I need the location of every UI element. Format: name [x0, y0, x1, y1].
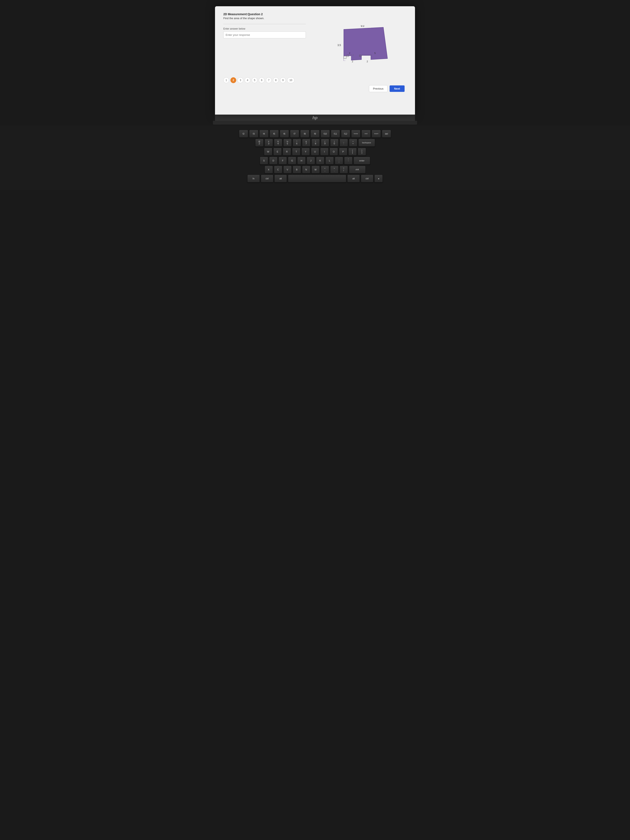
key-equals[interactable]: += [349, 139, 357, 147]
key-quote[interactable]: "' [344, 157, 352, 164]
dim-top: 9.0 [361, 25, 365, 27]
keyboard: f2 f3 f4 f5 f6 f7 f8 f9 f10 f11 f12 home… [221, 130, 409, 183]
key-home[interactable]: home [351, 130, 360, 138]
hp-logo: hp [313, 115, 317, 120]
key-x[interactable]: X [265, 166, 273, 174]
key-d[interactable]: D [269, 157, 278, 164]
fn-key-row: f2 f3 f4 f5 f6 f7 f8 f9 f10 f11 f12 home… [221, 130, 409, 138]
key-period[interactable]: >. [330, 166, 338, 174]
key-0[interactable]: )0 [330, 139, 338, 147]
key-end[interactable]: end [362, 130, 371, 138]
key-f8[interactable]: f8 [300, 130, 309, 138]
key-k[interactable]: K [316, 157, 324, 164]
key-space[interactable] [288, 175, 346, 183]
page-3[interactable]: 3 [237, 77, 243, 83]
key-f11[interactable]: f11 [331, 130, 340, 138]
bezel-bottom [213, 121, 417, 125]
next-button[interactable]: Next [390, 85, 404, 92]
key-bracket-left[interactable]: {[ [348, 148, 357, 156]
key-f3[interactable]: f3 [249, 130, 258, 138]
key-fn[interactable]: fn [247, 175, 260, 183]
key-5[interactable]: %5 [283, 139, 292, 147]
key-bracket-right[interactable]: }] [358, 148, 366, 156]
key-l[interactable]: L [325, 157, 334, 164]
key-8[interactable]: *8 [311, 139, 320, 147]
key-insert[interactable]: insert [372, 130, 381, 138]
page-5[interactable]: 5 [252, 77, 257, 83]
key-6[interactable]: ^6 [293, 139, 301, 147]
key-slash[interactable]: ?/ [339, 166, 348, 174]
key-minus[interactable]: _- [339, 139, 348, 147]
key-semicolon[interactable]: :; [335, 157, 343, 164]
answer-section: Enter answer below [223, 27, 306, 38]
key-ctrl-right[interactable]: ctrl [361, 175, 373, 183]
hp-logo-bar: hp [215, 115, 415, 121]
key-i[interactable]: I [320, 148, 328, 156]
laptop-screen: 2D Measurement:Question 2 Find the area … [215, 6, 415, 115]
key-comma[interactable]: <, [321, 166, 329, 174]
page-8[interactable]: 8 [273, 77, 279, 83]
key-t[interactable]: T [292, 148, 300, 156]
key-v[interactable]: V [283, 166, 292, 174]
key-s[interactable]: S [260, 157, 268, 164]
key-4[interactable]: $4 [274, 139, 282, 147]
key-del[interactable]: del [382, 130, 391, 138]
key-y[interactable]: Y [302, 148, 310, 156]
key-g[interactable]: G [288, 157, 296, 164]
page-2-active[interactable]: 2 [231, 77, 236, 83]
asdf-row: S D F G H J K L :; "' enter [221, 157, 409, 164]
key-3[interactable]: #3 [265, 139, 273, 147]
previous-button[interactable]: Previous [369, 85, 387, 92]
key-m[interactable]: M [311, 166, 320, 174]
dim-notch1: 2 [349, 52, 350, 54]
key-c[interactable]: C [274, 166, 282, 174]
key-f7[interactable]: f7 [290, 130, 299, 138]
dim-left: 3.5 [338, 44, 341, 47]
key-enter[interactable]: enter [354, 157, 370, 164]
key-7[interactable]: &7 [302, 139, 310, 147]
key-f[interactable]: F [278, 157, 287, 164]
page-4[interactable]: 4 [245, 77, 250, 83]
svg-marker-0 [344, 27, 387, 61]
key-2[interactable]: @2 [255, 139, 264, 147]
key-9[interactable]: (9 [321, 139, 329, 147]
key-f5[interactable]: f5 [270, 130, 279, 138]
page-7[interactable]: 7 [266, 77, 272, 83]
keyboard-area: f2 f3 f4 f5 f6 f7 f8 f9 f10 f11 f12 home… [0, 126, 630, 190]
key-p[interactable]: P [339, 148, 347, 156]
key-j[interactable]: J [307, 157, 315, 164]
key-shift-right[interactable]: shift [349, 166, 366, 174]
question-title: 2D Measurement:Question 2 [223, 13, 407, 16]
dim-notch4: 2 [367, 60, 368, 63]
key-backspace[interactable]: backspace [358, 139, 375, 147]
key-f10[interactable]: f10 [321, 130, 330, 138]
key-ctrl-left[interactable]: ctrl [261, 175, 273, 183]
nav-buttons: Previous Next [223, 85, 407, 92]
pagination: 1 2 3 4 5 6 7 8 9 10 [223, 77, 407, 83]
page-9[interactable]: 9 [280, 77, 286, 83]
key-f4[interactable]: f4 [259, 130, 268, 138]
shape-diagram: 9.0 3.5 2 5 2 2 [314, 25, 407, 71]
key-f12[interactable]: f12 [341, 130, 350, 138]
key-f9[interactable]: f9 [310, 130, 320, 138]
key-f6[interactable]: f6 [280, 130, 289, 138]
page-10[interactable]: 10 [287, 77, 295, 83]
key-arrow-left[interactable]: ◂ [374, 175, 383, 183]
page-1[interactable]: 1 [223, 77, 229, 83]
shape-svg: 9.0 3.5 2 5 2 2 [327, 25, 394, 71]
question-subtitle: Find the area of the shape shown. [223, 17, 407, 20]
dim-notch3: 2 [352, 60, 353, 63]
key-f2[interactable]: f2 [239, 130, 248, 138]
key-n[interactable]: N [302, 166, 310, 174]
key-w[interactable]: W [264, 148, 272, 156]
key-h[interactable]: H [297, 157, 306, 164]
key-r[interactable]: R [283, 148, 291, 156]
page-6[interactable]: 6 [259, 77, 265, 83]
key-o[interactable]: O [330, 148, 338, 156]
key-e[interactable]: E [273, 148, 282, 156]
key-u[interactable]: U [311, 148, 319, 156]
key-alt-right[interactable]: alt [347, 175, 360, 183]
key-alt-left[interactable]: alt [275, 175, 287, 183]
key-b[interactable]: B [293, 166, 301, 174]
answer-input[interactable] [223, 32, 306, 38]
